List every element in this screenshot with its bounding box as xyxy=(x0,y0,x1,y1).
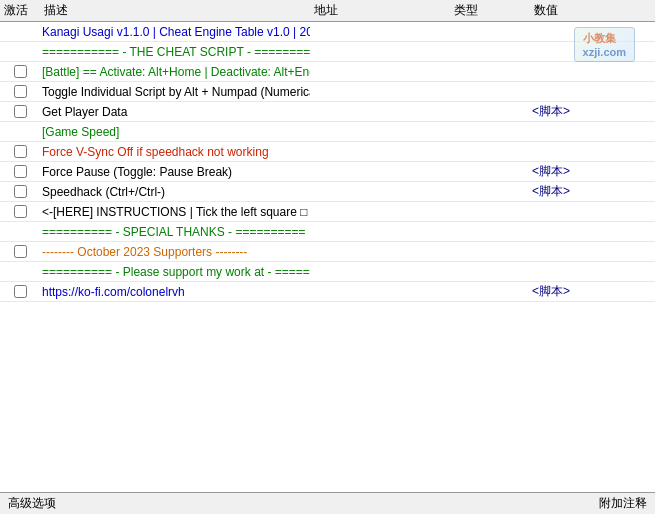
row-value-cell: <脚本> xyxy=(530,183,655,200)
table-content[interactable]: 小教集 xzji.com Kanagi Usagi v1.1.0 | Cheat… xyxy=(0,22,655,492)
row-desc-cell: https://ko-fi.com/colonelrvh xyxy=(40,285,310,299)
row-desc-cell: =========== - THE CHEAT SCRIPT - =======… xyxy=(40,45,310,59)
row-checkbox-cell xyxy=(0,185,40,198)
table-row[interactable]: =========== - THE CHEAT SCRIPT - =======… xyxy=(0,42,655,62)
table-row[interactable]: Get Player Data<脚本> xyxy=(0,102,655,122)
table-header: 激活 描述 地址 类型 数值 xyxy=(0,0,655,22)
row-activate-checkbox[interactable] xyxy=(14,105,27,118)
row-value-cell: <脚本> xyxy=(530,283,655,300)
row-value-cell: <脚本> xyxy=(530,163,655,180)
table-row[interactable]: Toggle Individual Script by Alt + Numpad… xyxy=(0,82,655,102)
col-header-value: 数值 xyxy=(534,2,651,19)
table-row[interactable]: https://ko-fi.com/colonelrvh<脚本> xyxy=(0,282,655,302)
row-checkbox-cell xyxy=(0,165,40,178)
row-desc-cell: -------- October 2023 Supporters -------… xyxy=(40,245,310,259)
row-checkbox-cell xyxy=(0,65,40,78)
row-desc-cell: Kanagi Usagi v1.1.0 | Cheat Engine Table… xyxy=(40,25,310,39)
col-header-type: 类型 xyxy=(454,2,534,19)
row-checkbox-cell xyxy=(0,205,40,218)
row-desc-cell: Speedhack (Ctrl+/Ctrl-) xyxy=(40,185,310,199)
status-bar-right[interactable]: 附加注释 xyxy=(599,495,647,512)
table-row[interactable]: Force Pause (Toggle: Pause Break)<脚本> xyxy=(0,162,655,182)
row-activate-checkbox[interactable] xyxy=(14,85,27,98)
row-value-cell: <脚本> xyxy=(530,103,655,120)
row-desc-cell: Get Player Data xyxy=(40,105,310,119)
row-desc-cell: [Game Speed] xyxy=(40,125,310,139)
table-row[interactable]: -------- October 2023 Supporters -------… xyxy=(0,242,655,262)
row-activate-checkbox[interactable] xyxy=(14,285,27,298)
row-activate-checkbox[interactable] xyxy=(14,145,27,158)
table-row[interactable]: ========== - SPECIAL THANKS - ========== xyxy=(0,222,655,242)
col-header-desc: 描述 xyxy=(44,2,314,19)
row-checkbox-cell xyxy=(0,145,40,158)
status-bar-left[interactable]: 高级选项 xyxy=(8,495,56,512)
row-checkbox-cell xyxy=(0,285,40,298)
row-desc-cell: ========== - SPECIAL THANKS - ========== xyxy=(40,225,310,239)
row-desc-cell: Toggle Individual Script by Alt + Numpad… xyxy=(40,85,310,99)
col-header-activate: 激活 xyxy=(4,2,44,19)
table-row[interactable]: Force V-Sync Off if speedhack not workin… xyxy=(0,142,655,162)
main-window: 激活 描述 地址 类型 数值 小教集 xzji.com Kanagi Usagi… xyxy=(0,0,655,514)
row-activate-checkbox[interactable] xyxy=(14,165,27,178)
table-row[interactable]: <-[HERE] INSTRUCTIONS | Tick the left sq… xyxy=(0,202,655,222)
row-desc-cell: ========== - Please support my work at -… xyxy=(40,265,310,279)
row-checkbox-cell xyxy=(0,245,40,258)
row-desc-cell: <-[HERE] INSTRUCTIONS | Tick the left sq… xyxy=(40,205,310,219)
row-checkbox-cell xyxy=(0,105,40,118)
table-row[interactable]: [Battle] == Activate: Alt+Home | Deactiv… xyxy=(0,62,655,82)
col-header-addr: 地址 xyxy=(314,2,454,19)
row-activate-checkbox[interactable] xyxy=(14,205,27,218)
october-supporters-text: October 2023 Supporters xyxy=(77,245,212,259)
table-row[interactable]: Speedhack (Ctrl+/Ctrl-)<脚本> xyxy=(0,182,655,202)
table-row[interactable]: ========== - Please support my work at -… xyxy=(0,262,655,282)
table-row[interactable]: [Game Speed] xyxy=(0,122,655,142)
row-activate-checkbox[interactable] xyxy=(14,65,27,78)
row-desc-cell: Force Pause (Toggle: Pause Break) xyxy=(40,165,310,179)
row-activate-checkbox[interactable] xyxy=(14,185,27,198)
table-row[interactable]: Kanagi Usagi v1.1.0 | Cheat Engine Table… xyxy=(0,22,655,42)
status-bar: 高级选项 附加注释 xyxy=(0,492,655,514)
row-desc-cell: Force V-Sync Off if speedhack not workin… xyxy=(40,145,310,159)
row-checkbox-cell xyxy=(0,85,40,98)
row-desc-cell: [Battle] == Activate: Alt+Home | Deactiv… xyxy=(40,65,310,79)
row-activate-checkbox[interactable] xyxy=(14,245,27,258)
